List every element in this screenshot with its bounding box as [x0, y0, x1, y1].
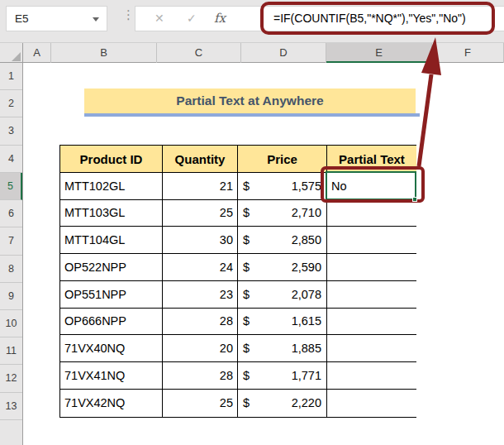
table-header-partial-text[interactable]: Partial Text — [327, 146, 416, 173]
table-header-quantity[interactable]: Quantity — [163, 146, 238, 173]
quantity-cell[interactable]: 25 — [163, 390, 238, 417]
currency-symbol: $ — [243, 396, 250, 409]
select-all-triangle-icon — [12, 52, 21, 61]
partial-text-cell[interactable] — [327, 309, 416, 336]
quantity-cell[interactable]: 20 — [163, 335, 238, 362]
quantity-cell[interactable]: 28 — [163, 309, 238, 336]
formula-bar: E5 ⋮ ✕ ✓ fx =IF(COUNTIF(B5,"*NQ*"),"Yes"… — [0, 0, 504, 43]
row-header-10[interactable]: 10 — [0, 310, 22, 337]
col-header-A[interactable]: A — [23, 43, 51, 63]
currency-symbol: $ — [243, 342, 250, 355]
row-header-2[interactable]: 2 — [0, 90, 22, 117]
formula-input-strip: ✕ ✓ fx =IF(COUNTIF(B5,"*NQ*"),"Yes","No"… — [135, 6, 504, 31]
price-cell[interactable]: $1,771 — [238, 362, 327, 390]
product-id-cell[interactable]: MTT103GL — [60, 200, 163, 227]
title-underline — [84, 113, 420, 117]
name-box[interactable]: E5 — [6, 6, 107, 31]
currency-symbol: $ — [243, 369, 250, 382]
price-value: 2,850 — [292, 233, 321, 246]
price-cell[interactable]: $1,575 — [238, 173, 327, 200]
currency-symbol: $ — [243, 288, 250, 301]
partial-text-cell[interactable] — [327, 254, 416, 281]
currency-symbol: $ — [243, 179, 250, 193]
product-id-cell[interactable]: OP522NPP — [60, 254, 163, 281]
price-value: 1,575 — [292, 179, 321, 193]
enter-icon[interactable]: ✓ — [187, 7, 197, 31]
product-id-cell[interactable]: OP666NPP — [60, 309, 163, 336]
partial-text-cell[interactable] — [327, 362, 416, 390]
currency-symbol: $ — [243, 314, 250, 328]
quantity-cell[interactable]: 25 — [163, 200, 238, 227]
price-value: 1,771 — [292, 369, 321, 382]
product-id-cell[interactable]: 71VX40NQ — [60, 335, 163, 362]
row-headers: 1 2 3 4 5 6 7 8 9 10 11 12 13 — [0, 63, 23, 445]
insert-function-icon[interactable]: fx — [214, 7, 226, 31]
price-cell[interactable]: $1,885 — [238, 335, 327, 362]
column-headers: A B C D E F — [0, 43, 504, 63]
partial-text-cell[interactable] — [327, 227, 416, 254]
partial-text-cell[interactable] — [327, 390, 416, 417]
price-value: 1,615 — [292, 314, 321, 328]
currency-symbol: $ — [243, 233, 250, 246]
chevron-down-icon[interactable] — [93, 17, 99, 22]
row-header-4[interactable]: 4 — [0, 146, 22, 173]
excel-window: E5 ⋮ ✕ ✓ fx =IF(COUNTIF(B5,"*NQ*"),"Yes"… — [0, 0, 504, 445]
price-cell[interactable]: $2,078 — [238, 281, 327, 309]
quantity-cell[interactable]: 30 — [163, 227, 238, 254]
data-table: Product ID Quantity Price Partial Text M… — [59, 145, 416, 418]
product-id-cell[interactable]: MTT104GL — [60, 227, 163, 254]
col-header-C[interactable]: C — [157, 43, 241, 63]
product-id-cell[interactable]: MTT102GL — [60, 173, 163, 200]
row-header-6[interactable]: 6 — [0, 200, 22, 227]
fill-handle[interactable] — [412, 197, 417, 202]
row-header-3[interactable]: 3 — [0, 117, 22, 145]
col-header-D[interactable]: D — [241, 43, 326, 63]
cancel-icon[interactable]: ✕ — [155, 7, 164, 31]
price-cell[interactable]: $2,710 — [238, 200, 327, 227]
col-header-E-selected[interactable]: E — [326, 43, 432, 63]
price-cell[interactable]: $2,590 — [238, 254, 327, 281]
title-banner[interactable]: Partial Text at Anywhere — [84, 89, 416, 113]
select-all-button[interactable] — [0, 43, 23, 63]
row-header-12[interactable]: 12 — [0, 365, 22, 392]
table-header-price[interactable]: Price — [238, 146, 327, 173]
partial-text-cell[interactable] — [327, 200, 416, 227]
row-header-9[interactable]: 9 — [0, 283, 22, 310]
row-header-13[interactable]: 13 — [0, 393, 22, 420]
price-cell[interactable]: $1,615 — [238, 309, 327, 336]
price-value: 1,885 — [292, 342, 321, 355]
quantity-cell[interactable]: 24 — [163, 254, 238, 281]
product-id-cell[interactable]: 71VX41NQ — [60, 362, 163, 390]
quantity-cell[interactable]: 28 — [163, 362, 238, 390]
row-header-7[interactable]: 7 — [0, 227, 22, 255]
currency-symbol: $ — [243, 206, 250, 219]
partial-text-cell[interactable] — [327, 335, 416, 362]
formula-input[interactable]: =IF(COUNTIF(B5,"*NQ*"),"Yes","No") — [273, 7, 466, 31]
table-header-product-id[interactable]: Product ID — [60, 146, 163, 173]
row-header-8[interactable]: 8 — [0, 256, 22, 283]
partial-text-cell-E5[interactable]: No — [327, 173, 416, 200]
product-id-cell[interactable]: 71VX42NQ — [60, 390, 163, 417]
row-header-5-selected[interactable]: 5 — [0, 173, 22, 200]
price-value: 2,590 — [292, 261, 321, 274]
partial-text-cell[interactable] — [327, 281, 416, 309]
quantity-cell[interactable]: 23 — [163, 281, 238, 309]
product-id-cell[interactable]: OP551NPP — [60, 281, 163, 309]
col-header-B[interactable]: B — [51, 43, 157, 63]
row-header-11[interactable]: 11 — [0, 337, 22, 365]
price-cell[interactable]: $2,850 — [238, 227, 327, 254]
drag-dots-icon: ⋮ — [122, 7, 135, 22]
row-header-1[interactable]: 1 — [0, 63, 22, 90]
quantity-cell[interactable]: 21 — [163, 173, 238, 200]
price-value: 2,078 — [292, 288, 321, 301]
price-value: 2,220 — [292, 396, 321, 409]
col-header-F[interactable]: F — [432, 43, 504, 63]
price-cell[interactable]: $2,220 — [238, 390, 327, 417]
name-box-value: E5 — [15, 12, 29, 25]
currency-symbol: $ — [243, 261, 250, 274]
price-value: 2,710 — [292, 206, 321, 219]
